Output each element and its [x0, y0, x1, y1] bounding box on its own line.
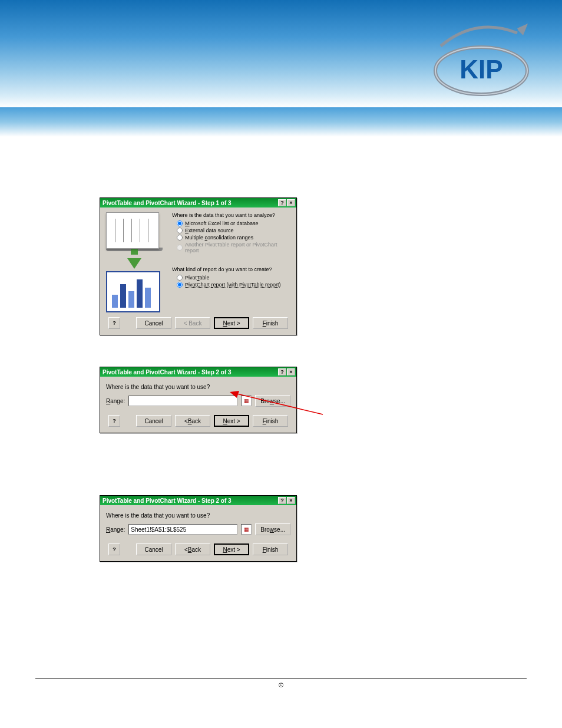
radio-another-pivot	[177, 245, 183, 251]
back-button[interactable]: < Back	[175, 415, 210, 427]
footer-rule	[35, 678, 527, 678]
back-button[interactable]: < Back	[175, 543, 210, 555]
titlebar: PivotTable and PivotChart Wizard - Step …	[100, 367, 296, 377]
copyright-symbol: ©	[279, 681, 283, 689]
data-prompt: Where is the data that you want to use?	[106, 384, 290, 390]
context-help-button[interactable]: ?	[108, 543, 120, 555]
help-icon[interactable]: ?	[278, 368, 286, 375]
dialog-title: PivotTable and PivotChart Wizard - Step …	[103, 200, 232, 206]
radio-excel-list-label: Microsoft Excel list or database	[185, 220, 259, 226]
svg-marker-2	[517, 24, 528, 35]
close-icon[interactable]: ×	[287, 497, 295, 504]
cancel-button[interactable]: Cancel	[136, 543, 171, 555]
finish-button[interactable]: Finish	[253, 543, 288, 555]
browse-button[interactable]: Browse...	[255, 523, 290, 535]
range-input[interactable]	[128, 524, 237, 535]
radio-consolidation-label: Multiple consolidation ranges	[185, 235, 253, 241]
page-footer: ©	[0, 681, 562, 689]
finish-button[interactable]: Finish	[253, 317, 288, 329]
close-icon[interactable]: ×	[287, 368, 295, 375]
browse-button[interactable]: Browse...	[255, 395, 290, 407]
titlebar: PivotTable and PivotChart Wizard - Step …	[100, 496, 296, 505]
dialog-title: PivotTable and PivotChart Wizard - Step …	[103, 369, 232, 375]
radio-consolidation[interactable]	[177, 235, 183, 241]
page-header: KIP	[0, 0, 562, 107]
back-button: < Back	[175, 317, 210, 329]
cancel-button[interactable]: Cancel	[136, 415, 171, 427]
wizard-step2b-dialog: PivotTable and PivotChart Wizard - Step …	[100, 495, 297, 562]
next-button[interactable]: Next >	[214, 543, 249, 555]
radio-pivottable-label: PivotTable	[185, 275, 210, 281]
range-input[interactable]	[128, 396, 237, 406]
next-button[interactable]: Next >	[214, 415, 249, 427]
next-button[interactable]: Next >	[214, 317, 249, 329]
range-label: Range:	[106, 398, 125, 404]
radio-external-label: External data source	[185, 228, 234, 233]
wizard-step1-dialog: PivotTable and PivotChart Wizard - Step …	[100, 197, 297, 335]
radio-excel-list[interactable]	[177, 220, 183, 226]
cancel-button[interactable]: Cancel	[136, 317, 171, 329]
radio-another-pivot-label: Another PivotTable report or PivotChart …	[185, 242, 290, 253]
wizard-illustration	[106, 212, 163, 314]
data-prompt: Where is the data that you want to use?	[106, 512, 290, 519]
range-selector-icon[interactable]: ▦	[241, 524, 252, 535]
help-icon[interactable]: ?	[278, 497, 286, 504]
range-selector-icon[interactable]: ▦	[241, 396, 252, 406]
radio-pivotchart-label: PivotChart report (with PivotTable repor…	[185, 282, 281, 288]
context-help-button[interactable]: ?	[108, 317, 120, 329]
range-label: Range:	[106, 526, 125, 533]
data-source-legend: Where is the data that you want to analy…	[172, 212, 290, 218]
finish-button[interactable]: Finish	[253, 415, 288, 427]
close-icon[interactable]: ×	[287, 199, 295, 206]
radio-pivottable[interactable]	[177, 275, 183, 281]
context-help-button[interactable]: ?	[108, 415, 120, 427]
report-kind-legend: What kind of report do you want to creat…	[172, 266, 290, 272]
logo-text: KIP	[459, 55, 503, 84]
dialog-title: PivotTable and PivotChart Wizard - Step …	[103, 498, 232, 504]
radio-external[interactable]	[177, 228, 183, 233]
kip-logo: KIP	[429, 22, 534, 99]
help-icon[interactable]: ?	[278, 199, 286, 206]
wizard-step2a-dialog: PivotTable and PivotChart Wizard - Step …	[100, 367, 297, 433]
titlebar: PivotTable and PivotChart Wizard - Step …	[100, 198, 296, 207]
radio-pivotchart[interactable]	[177, 282, 183, 288]
